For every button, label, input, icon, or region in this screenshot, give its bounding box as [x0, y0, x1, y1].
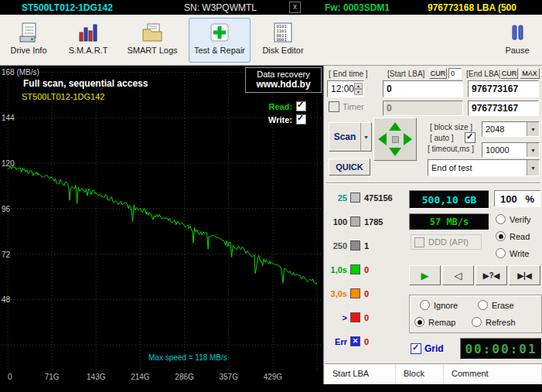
svg-text:286G: 286G — [175, 373, 194, 381]
timer-value-input[interactable]: 0 — [383, 101, 463, 116]
end-lba-input[interactable]: 976773167 — [468, 80, 539, 97]
disk-editor-icon: 0101 1101 0011 0001 — [271, 21, 295, 44]
latency-bucket-swatch — [350, 264, 360, 274]
chevron-down-icon[interactable]: ▼ — [527, 160, 539, 176]
column-comment[interactable]: Comment — [444, 364, 542, 383]
svg-text:96: 96 — [2, 205, 11, 213]
toolbar-smart-logs-button[interactable]: SMART Logs — [125, 18, 179, 63]
auto-label: [ auto ] — [430, 134, 454, 142]
chevron-down-icon[interactable]: ▼ — [527, 143, 539, 157]
drive-serial: SN: W3PQWMTL — [184, 2, 257, 13]
close-icon[interactable]: x — [289, 2, 301, 13]
mode-verify-radio[interactable]: Verify — [496, 214, 531, 224]
write-checkbox[interactable] — [296, 114, 306, 124]
percent-sign: % — [525, 193, 534, 205]
scan-button[interactable]: Scan ▼ — [329, 122, 372, 152]
jump-to-defect-button[interactable]: ▶?◀ — [476, 265, 507, 285]
scan-dropdown-icon[interactable]: ▼ — [360, 123, 371, 151]
grid-label: Grid — [424, 343, 444, 354]
time-spinner[interactable]: ▲ ▼ — [354, 83, 363, 95]
titlebar: ST500LT012-1DG142 SN: W3PQWMTL x Fw: 000… — [0, 0, 542, 15]
toolbar-test-repair-button[interactable]: Test & Repair — [189, 18, 251, 63]
write-toggle[interactable]: Write: — [268, 114, 306, 124]
toolbar-smart-button[interactable]: S.M.A.R.T — [65, 18, 111, 63]
ddd-label: DDD (API) — [428, 237, 469, 247]
skip-to-end-icon: ▶|◀ — [517, 271, 531, 280]
pause-button[interactable]: Pause — [498, 18, 537, 63]
column-block[interactable]: Block — [396, 364, 444, 383]
drive-model-label: ST500LT012-1DG142 — [22, 92, 104, 101]
toolbar-label: S.M.A.R.T — [69, 46, 108, 55]
drive-info-icon — [17, 21, 40, 44]
scan-button-label: Scan — [329, 123, 360, 151]
latency-bucket-label: 250 — [326, 241, 347, 251]
mode-write-radio[interactable]: Write — [496, 248, 529, 258]
drive-firmware: Fw: 0003SDM1 — [325, 2, 390, 13]
watermark: Data recovery www.hdd.by — [245, 67, 322, 93]
ddd-checkbox[interactable] — [414, 237, 424, 247]
arrow-up-icon[interactable] — [389, 122, 401, 131]
progress-value: 100 — [500, 193, 517, 205]
end-of-test-combo[interactable]: End of test ▼ — [428, 159, 540, 176]
read-checkbox[interactable] — [296, 101, 306, 111]
arrow-right-icon[interactable] — [404, 133, 412, 145]
auto-checkbox[interactable] — [465, 132, 476, 143]
latency-bucket-label: > — [326, 313, 347, 322]
test-repair-icon — [208, 21, 231, 44]
radio-icon[interactable] — [414, 317, 424, 327]
radio-icon[interactable] — [496, 248, 506, 258]
ddd-api-control[interactable]: DDD (API) — [411, 234, 482, 250]
radio-icon[interactable] — [496, 231, 506, 241]
block-size-label: [ block size ] — [430, 123, 472, 131]
read-label: Read: — [268, 102, 292, 111]
block-size-combo[interactable]: 2048 ▼ — [482, 121, 540, 137]
action-label: Remap — [428, 318, 455, 327]
toolbar-label: Drive Info — [10, 46, 46, 55]
end-time-value: 12:00 — [331, 84, 354, 94]
spinner-down-icon[interactable]: ▼ — [354, 89, 363, 95]
end-lba-cur-button[interactable]: CUR — [500, 68, 518, 79]
grid-checkbox[interactable] — [411, 343, 421, 354]
mode-read-radio[interactable]: Read — [496, 231, 530, 241]
radio-icon[interactable] — [496, 214, 506, 224]
action-erase-radio[interactable]: Erase — [478, 300, 514, 310]
end-time-label: [ End time ] — [329, 70, 368, 78]
action-remap-radio[interactable]: Remap — [414, 317, 455, 327]
toolbar-disk-editor-button[interactable]: 0101 1101 0011 0001 Disk Editor — [257, 18, 309, 63]
quick-button[interactable]: QUICK — [329, 159, 370, 176]
arrow-left-icon[interactable] — [378, 133, 387, 145]
start-scan-button[interactable]: ▶ — [409, 265, 441, 285]
write-label: Write: — [268, 115, 292, 124]
column-start-lba[interactable]: Start LBA — [325, 364, 396, 383]
jump-to-defect-icon: ▶?◀ — [483, 271, 500, 280]
end-time-input[interactable]: 12:00 ▲ ▼ — [327, 80, 364, 97]
timeout-combo[interactable]: 10000 ▼ — [482, 142, 540, 158]
spinner-up-icon[interactable]: ▲ — [354, 83, 363, 89]
timer-checkbox[interactable] — [329, 101, 339, 112]
radio-icon[interactable] — [478, 300, 488, 310]
end-lba-input-2[interactable]: 976773167 — [468, 101, 539, 116]
start-lba-input[interactable]: 0 — [383, 80, 463, 97]
latency-bucket-swatch — [350, 288, 360, 298]
nav-pad[interactable] — [373, 118, 417, 161]
combo-value: 2048 — [486, 124, 504, 134]
skip-to-end-button[interactable]: ▶|◀ — [509, 265, 540, 285]
elapsed-time-display: 00:00:01 — [460, 338, 542, 360]
combo-value: 10000 — [486, 145, 510, 155]
step-back-icon: ◁ — [455, 270, 462, 281]
radio-icon[interactable] — [472, 317, 482, 327]
latency-bucket-label: 100 — [326, 217, 347, 227]
chevron-down-icon[interactable]: ▼ — [527, 122, 539, 136]
action-label: Erase — [492, 301, 514, 310]
radio-icon[interactable] — [420, 300, 430, 310]
toolbar-drive-info-button[interactable]: Drive Info — [5, 18, 53, 63]
read-toggle[interactable]: Read: — [268, 101, 306, 111]
action-label: Refresh — [486, 318, 516, 327]
step-back-button[interactable]: ◁ — [442, 265, 474, 285]
action-ignore-radio[interactable]: Ignore — [420, 300, 458, 310]
svg-text:143G: 143G — [87, 373, 106, 381]
arrow-down-icon[interactable] — [389, 148, 401, 156]
end-lba-max-button[interactable]: MAX — [520, 68, 540, 79]
action-refresh-radio[interactable]: Refresh — [472, 317, 516, 327]
start-lba-cur-button[interactable]: CUR — [429, 68, 447, 79]
